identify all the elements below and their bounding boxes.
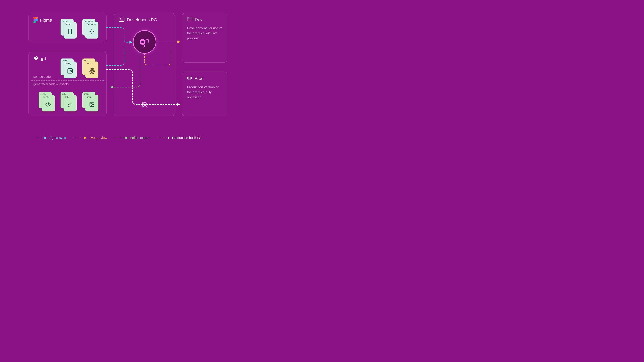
file-frame-front: Frame (64, 22, 77, 38)
polipo-icon (138, 35, 151, 48)
legend: Figma sync Live preview Polipo export Pr… (34, 136, 202, 140)
file-image-front: Image (85, 95, 98, 111)
dev-description: Development version of the product, with… (182, 23, 227, 44)
svg-rect-8 (91, 29, 92, 30)
file-css-front: CSS (64, 95, 77, 111)
developer-pc-title: Developer's PC (127, 17, 157, 22)
git-divider (31, 80, 104, 81)
legend-live-preview: Live preview (73, 136, 107, 140)
svg-marker-1 (178, 40, 180, 43)
svg-rect-11 (93, 31, 94, 32)
svg-text:TS: TS (68, 70, 72, 72)
svg-marker-3 (178, 103, 180, 106)
svg-marker-2 (110, 86, 113, 88)
legend-production-build: Production build / CI (157, 136, 202, 140)
legend-figma-sync: Figma sync (34, 136, 66, 140)
generated-code-label: generated code & assets (33, 82, 68, 86)
figma-icon (33, 17, 38, 23)
html-icon (42, 98, 54, 110)
prod-description: Production version of the product, fully… (182, 82, 227, 103)
component-icon (86, 25, 98, 37)
globe-icon (187, 75, 192, 82)
file-component-front: Component (85, 22, 98, 38)
react-icon (86, 65, 98, 77)
svg-line-25 (146, 105, 148, 107)
legend-polipo-export: Polipo export (114, 136, 150, 140)
svg-point-14 (91, 70, 92, 71)
app-window-icon (187, 17, 192, 23)
file-html-front: HTML (42, 95, 55, 111)
prod-title: Prod (194, 76, 204, 81)
dev-panel: Dev Development version of the product, … (182, 13, 227, 62)
figma-title: Figma (40, 17, 52, 23)
git-panel: git Config Config TS React React source … (28, 52, 106, 116)
image-icon (86, 98, 98, 110)
typescript-icon: TS (64, 65, 76, 77)
svg-point-28 (188, 17, 188, 18)
svg-line-18 (48, 102, 49, 106)
file-react-front: React (85, 61, 98, 78)
git-icon (33, 55, 38, 62)
dev-title: Dev (195, 17, 202, 22)
svg-point-20 (91, 103, 92, 104)
terminal-icon (119, 17, 124, 23)
brush-icon (64, 98, 76, 110)
frame-icon (64, 25, 76, 37)
figma-panel: Figma Frame Frame Component Component (28, 13, 106, 42)
build-tools-icon (141, 101, 148, 109)
svg-rect-10 (90, 31, 91, 32)
svg-point-24 (142, 40, 144, 43)
prod-panel: Prod Production version of the product, … (182, 71, 227, 116)
file-config-front: Config TS (64, 61, 77, 78)
source-code-label: source code (33, 75, 51, 79)
git-title: git (41, 56, 46, 61)
svg-rect-21 (119, 17, 124, 21)
svg-rect-9 (91, 32, 92, 34)
polipo-logo (133, 30, 156, 54)
